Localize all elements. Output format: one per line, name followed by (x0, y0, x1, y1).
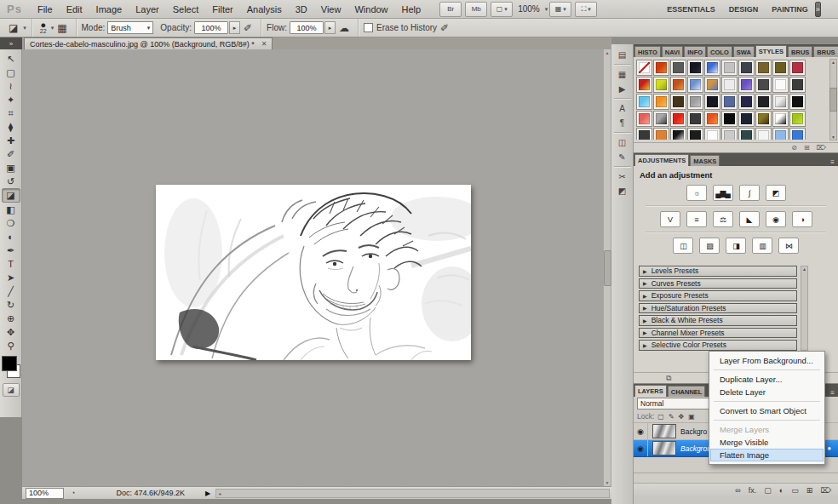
pen-tool[interactable]: ✒ (3, 243, 20, 257)
expand-arrow-icon[interactable]: ▶ (643, 280, 647, 286)
workspace-button[interactable]: ESSENTIALS (660, 5, 722, 14)
style-swatch[interactable] (721, 111, 738, 127)
scroll-up-icon[interactable]: ▲ (831, 60, 835, 65)
posterize-adjustment-icon[interactable]: ▨ (699, 238, 720, 254)
panel-tab[interactable]: HISTO (634, 46, 661, 57)
menu-item[interactable]: Window (347, 4, 394, 14)
scroll-down-icon[interactable]: ▼ (606, 480, 610, 485)
style-swatch[interactable] (772, 111, 789, 127)
photo-filter-adjustment-icon[interactable]: ◉ (766, 211, 786, 227)
history-brush-tool[interactable]: ↺ (3, 175, 20, 188)
panel-tab[interactable]: CHANNEL (668, 386, 706, 397)
lock-position-icon[interactable]: ✥ (679, 413, 685, 421)
context-menu-item[interactable]: Flatten Image (710, 449, 824, 461)
preset-group-row[interactable]: ▶ Hue/Saturation Presets (639, 303, 797, 314)
style-swatch[interactable] (687, 94, 703, 110)
style-swatch[interactable] (789, 128, 806, 140)
workspace-button[interactable]: DESIGN (722, 5, 766, 14)
3d-orbit-tool[interactable]: ⊕ (3, 312, 20, 325)
menu-item[interactable]: Edit (60, 4, 89, 14)
panel-menu-icon[interactable]: ≡ (827, 158, 838, 166)
paragraph-panel-icon[interactable]: ¶ (614, 116, 631, 133)
invert-adjustment-icon[interactable]: ◫ (673, 238, 693, 254)
style-swatch[interactable] (636, 94, 652, 110)
style-swatch[interactable] (704, 111, 720, 127)
style-swatch[interactable] (738, 94, 755, 110)
vibrance-adjustment-icon[interactable]: V (660, 211, 680, 227)
style-swatch[interactable] (755, 128, 772, 140)
scroll-down-icon[interactable]: ▼ (831, 135, 835, 140)
add-layer-mask-icon[interactable]: ▢ (764, 486, 772, 495)
eraser-tool-icon[interactable]: ◪ (9, 22, 18, 34)
menu-item[interactable]: View (314, 4, 348, 14)
toolbar-collapse-chip[interactable]: » (0, 37, 22, 49)
crop-tool[interactable]: ⌗ (3, 106, 20, 120)
new-group-icon[interactable]: ▭ (791, 486, 799, 495)
foreground-color-swatch[interactable] (2, 356, 17, 371)
style-swatch[interactable] (636, 128, 652, 140)
context-menu-item[interactable]: Duplicate Layer... (710, 373, 824, 386)
menu-item[interactable]: Help (395, 4, 428, 14)
notes-panel-icon[interactable]: ✎ (614, 150, 631, 167)
style-swatch[interactable] (738, 60, 755, 76)
style-swatch[interactable] (653, 128, 669, 140)
histogram-panel-icon[interactable]: ▦ (614, 67, 631, 82)
menu-item[interactable]: File (31, 4, 60, 14)
style-swatch[interactable] (738, 128, 755, 140)
opacity-input[interactable]: 100% (194, 21, 228, 34)
new-layer-icon[interactable]: ⊞ (806, 486, 813, 495)
workspace-more-button[interactable]: » (815, 2, 821, 17)
vertical-scrollbar[interactable]: ▲ ▼ (603, 49, 611, 486)
scroll-up-icon[interactable]: ▲ (606, 50, 610, 55)
style-swatch[interactable] (789, 60, 806, 76)
style-swatch[interactable] (653, 94, 669, 110)
selective-color-adjustment-icon[interactable]: ⋈ (778, 238, 799, 254)
preset-group-row[interactable]: ▶ Levels Presets (639, 266, 797, 277)
expand-arrow-icon[interactable]: ▶ (643, 305, 647, 311)
color-balance-adjustment-icon[interactable]: ⚖ (713, 211, 733, 227)
gradient-tool[interactable]: ◧ (3, 203, 20, 216)
channel-mixer-adjustment-icon[interactable]: ◑ (792, 211, 812, 227)
exposure-adjustment-icon[interactable]: ◩ (766, 185, 786, 201)
style-swatch[interactable] (789, 111, 806, 127)
layer-name[interactable]: Backgro (680, 427, 707, 436)
status-options-arrow-icon[interactable]: ▶ (205, 490, 210, 497)
link-layers-icon[interactable]: ∞ (735, 486, 740, 495)
delete-style-icon[interactable]: ⌦ (817, 144, 826, 152)
horizontal-scrollbar[interactable]: ◂ (215, 489, 610, 498)
panel-tab[interactable]: COLO (707, 46, 732, 57)
style-swatch[interactable] (670, 60, 686, 76)
style-swatch[interactable] (653, 60, 669, 76)
style-swatch[interactable] (721, 128, 738, 140)
style-swatch[interactable] (789, 77, 806, 93)
lock-all-icon[interactable]: ▣ (688, 413, 695, 421)
style-swatch[interactable] (636, 111, 652, 127)
opacity-slider-arrow-icon[interactable]: ▸ (229, 21, 240, 34)
styles-scrollbar[interactable]: ▲ ▼ (829, 59, 837, 140)
character-panel-icon[interactable]: A (614, 101, 631, 116)
context-menu-item[interactable]: Delete Layer (710, 386, 824, 398)
style-swatch[interactable] (721, 60, 738, 76)
panel-menu-icon[interactable]: ≡ (827, 389, 838, 397)
style-swatch[interactable] (670, 128, 686, 140)
gradient-map-adjustment-icon[interactable]: ▥ (752, 238, 772, 254)
style-swatch[interactable] (704, 94, 720, 110)
hue-saturation-adjustment-icon[interactable]: ≡ (686, 211, 707, 227)
preset-group-row[interactable]: ▶ Selective Color Presets (639, 340, 797, 351)
preset-group-row[interactable]: ▶ Curves Presets (639, 278, 797, 289)
zoom-tool[interactable]: ⚲ (3, 339, 20, 352)
document-tab[interactable]: Cortes-de-cabelo-masculino.jpg @ 100% (B… (24, 37, 273, 49)
scrollbar-thumb[interactable] (604, 250, 611, 286)
expand-arrow-icon[interactable]: ▶ (643, 342, 647, 348)
style-swatch[interactable] (687, 128, 703, 140)
blur-tool[interactable]: ❍ (3, 216, 20, 230)
mini-bridge-panel-icon[interactable]: ▤ (614, 48, 631, 65)
style-swatch[interactable] (704, 60, 720, 76)
airbrush-icon[interactable]: ☁ (339, 22, 349, 34)
panel-tab[interactable]: BRUS (813, 46, 838, 57)
panel-tab[interactable]: MASKS (690, 155, 720, 166)
style-swatch[interactable] (704, 128, 720, 140)
line-tool[interactable]: ╱ (3, 284, 20, 298)
brightness-contrast-adjustment-icon[interactable]: ☼ (686, 185, 707, 201)
panel-tab[interactable]: BRUS (788, 46, 812, 57)
